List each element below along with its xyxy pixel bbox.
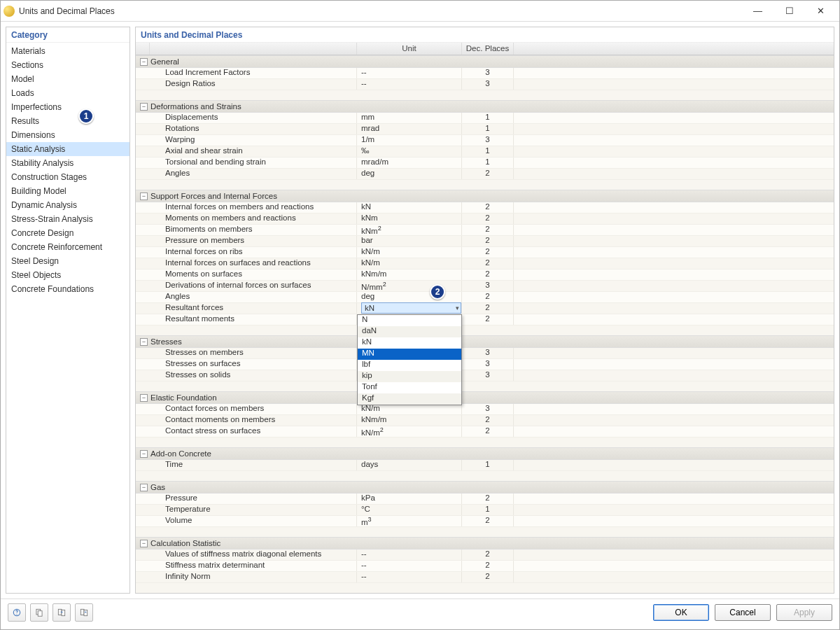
- sidebar-item-steel-design[interactable]: Steel Design: [6, 254, 130, 268]
- dec-places-cell[interactable]: 2: [462, 270, 514, 280]
- unit-dropdown-editor[interactable]: kN▾: [361, 302, 461, 314]
- ok-button[interactable]: OK: [653, 604, 709, 621]
- export-button[interactable]: [75, 603, 93, 622]
- dec-places-cell[interactable]: 2: [462, 236, 514, 246]
- unit-cell[interactable]: kNm: [357, 214, 462, 224]
- unit-cell[interactable]: m3: [357, 516, 462, 526]
- dec-places-cell[interactable]: 2: [462, 493, 514, 504]
- dec-places-cell[interactable]: 2: [462, 572, 514, 582]
- dec-places-cell[interactable]: 3: [462, 359, 514, 370]
- dec-places-cell[interactable]: 2: [462, 303, 514, 314]
- close-button[interactable]: ✕: [805, 1, 836, 22]
- sidebar-item-stress-strain-analysis[interactable]: Stress-Strain Analysis: [6, 212, 130, 226]
- dropdown-option[interactable]: N: [358, 315, 461, 326]
- dec-places-cell[interactable]: 3: [462, 370, 514, 381]
- dropdown-option[interactable]: Kgf: [358, 393, 461, 405]
- sidebar-item-static-analysis[interactable]: Static Analysis: [6, 142, 130, 156]
- sidebar-item-sections[interactable]: Sections: [6, 58, 130, 72]
- sidebar-item-building-model[interactable]: Building Model: [6, 184, 130, 198]
- dec-places-cell[interactable]: 2: [462, 202, 514, 213]
- unit-cell[interactable]: kN/m: [357, 247, 462, 258]
- unit-cell[interactable]: kNm/m: [357, 270, 462, 280]
- dropdown-option[interactable]: daN: [358, 326, 461, 337]
- sidebar-item-dynamic-analysis[interactable]: Dynamic Analysis: [6, 198, 130, 212]
- dropdown-option[interactable]: lbf: [358, 360, 461, 371]
- grid-body[interactable]: −GeneralLoad Increment Factors--3Design …: [136, 55, 834, 593]
- dec-places-cell[interactable]: 2: [462, 415, 514, 426]
- dropdown-option[interactable]: kip: [358, 371, 461, 382]
- sidebar-item-construction-stages[interactable]: Construction Stages: [6, 170, 130, 184]
- dec-places-cell[interactable]: 1: [462, 124, 514, 134]
- sidebar-item-concrete-design[interactable]: Concrete Design: [6, 226, 130, 240]
- unit-cell[interactable]: kN: [357, 202, 462, 213]
- collapse-toggle[interactable]: −: [140, 484, 148, 491]
- sidebar-item-dimensions[interactable]: Dimensions: [6, 128, 130, 142]
- import-button[interactable]: [52, 603, 71, 622]
- unit-cell[interactable]: ‰: [357, 146, 462, 157]
- dec-places-cell[interactable]: 2: [462, 550, 514, 560]
- unit-cell[interactable]: mrad/m: [357, 158, 462, 168]
- dec-places-cell[interactable]: 3: [462, 348, 514, 358]
- dropdown-option[interactable]: MN: [358, 349, 461, 360]
- unit-cell[interactable]: kPa: [357, 493, 462, 504]
- dec-places-cell[interactable]: 1: [462, 113, 514, 123]
- collapse-toggle[interactable]: −: [140, 103, 148, 111]
- collapse-toggle[interactable]: −: [140, 58, 148, 66]
- dec-places-cell[interactable]: 2: [462, 314, 514, 325]
- collapse-toggle[interactable]: −: [140, 450, 148, 458]
- unit-dropdown-list[interactable]: NdaNkNMNlbfkipTonfKgf: [357, 314, 462, 405]
- collapse-toggle[interactable]: −: [140, 540, 148, 547]
- dec-places-cell[interactable]: 3: [462, 79, 514, 90]
- collapse-toggle[interactable]: −: [140, 192, 148, 200]
- unit-cell[interactable]: --: [357, 561, 462, 571]
- unit-cell[interactable]: days: [357, 460, 462, 470]
- unit-cell[interactable]: --: [357, 79, 462, 90]
- unit-cell[interactable]: kN/m2: [357, 426, 462, 437]
- sidebar-item-model[interactable]: Model: [6, 72, 130, 86]
- dec-places-cell[interactable]: 2: [462, 258, 514, 269]
- dec-places-cell[interactable]: 2: [462, 247, 514, 258]
- unit-cell[interactable]: kNm2: [357, 225, 462, 235]
- dropdown-option[interactable]: kN: [358, 337, 461, 349]
- unit-cell[interactable]: kN▾NdaNkNMNlbfkipTonfKgf: [357, 303, 462, 314]
- sidebar-item-results[interactable]: Results: [6, 114, 130, 128]
- dec-places-cell[interactable]: 2: [462, 225, 514, 235]
- unit-cell[interactable]: deg: [357, 292, 462, 302]
- sidebar-item-stability-analysis[interactable]: Stability Analysis: [6, 156, 130, 170]
- dec-places-cell[interactable]: 2: [462, 292, 514, 302]
- maximize-button[interactable]: ☐: [774, 1, 805, 22]
- dec-places-cell[interactable]: 2: [462, 169, 514, 179]
- sidebar-item-concrete-reinforcement[interactable]: Concrete Reinforcement: [6, 240, 130, 254]
- unit-cell[interactable]: kNm/m: [357, 415, 462, 426]
- collapse-toggle[interactable]: −: [140, 338, 148, 346]
- column-header-unit[interactable]: Unit: [357, 43, 462, 55]
- unit-cell[interactable]: --: [357, 68, 462, 78]
- dec-places-cell[interactable]: 2: [462, 561, 514, 571]
- collapse-toggle[interactable]: −: [140, 394, 148, 402]
- unit-cell[interactable]: bar: [357, 236, 462, 246]
- dec-places-cell[interactable]: 3: [462, 281, 514, 291]
- sidebar-item-imperfections[interactable]: Imperfections: [6, 100, 130, 114]
- column-header-dec-places[interactable]: Dec. Places: [462, 43, 514, 55]
- unit-cell[interactable]: deg: [357, 169, 462, 179]
- dec-places-cell[interactable]: 1: [462, 146, 514, 157]
- unit-cell[interactable]: --: [357, 572, 462, 582]
- unit-cell[interactable]: --: [357, 550, 462, 560]
- unit-cell[interactable]: 1/m: [357, 135, 462, 146]
- help-button[interactable]: [8, 603, 26, 622]
- unit-cell[interactable]: N/mm2: [357, 281, 462, 291]
- unit-cell[interactable]: kN/m: [357, 258, 462, 269]
- unit-cell[interactable]: mrad: [357, 124, 462, 134]
- dec-places-cell[interactable]: 2: [462, 214, 514, 224]
- unit-cell[interactable]: mm: [357, 113, 462, 123]
- sidebar-item-loads[interactable]: Loads: [6, 86, 130, 100]
- dec-places-cell[interactable]: 1: [462, 460, 514, 470]
- dec-places-cell[interactable]: 2: [462, 426, 514, 437]
- dropdown-option[interactable]: Tonf: [358, 382, 461, 393]
- sidebar-item-steel-objects[interactable]: Steel Objects: [6, 268, 130, 282]
- dec-places-cell[interactable]: 2: [462, 516, 514, 526]
- dec-places-cell[interactable]: 1: [462, 505, 514, 515]
- sidebar-item-concrete-foundations[interactable]: Concrete Foundations: [6, 282, 130, 296]
- unit-cell[interactable]: °C: [357, 505, 462, 515]
- dec-places-cell[interactable]: 3: [462, 135, 514, 146]
